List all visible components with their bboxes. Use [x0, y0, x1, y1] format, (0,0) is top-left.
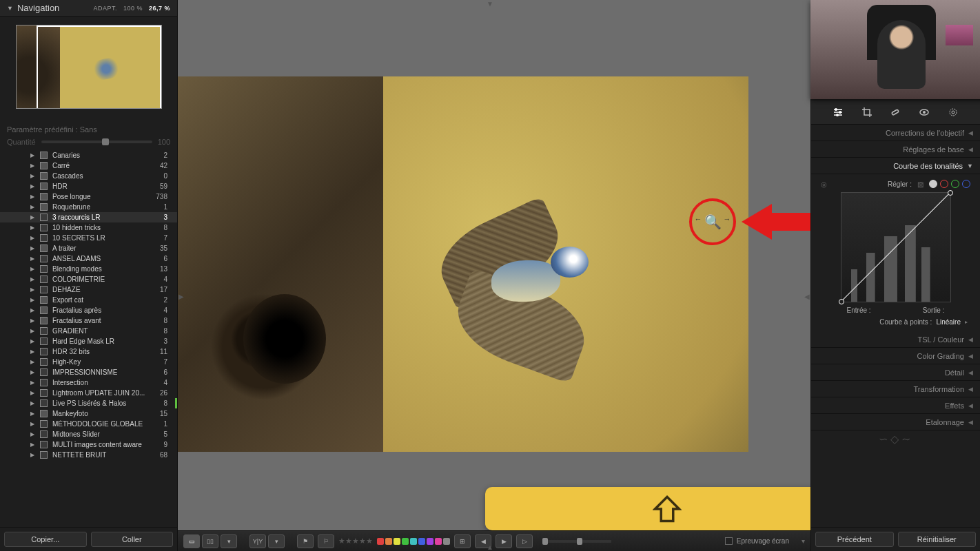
collection-item[interactable]: ▶10 SECRETS LR7 — [0, 233, 177, 243]
panel-tone-curve[interactable]: Courbe des tonalités▼ — [811, 158, 980, 174]
color-label-swatch[interactable] — [418, 538, 425, 545]
color-label-swatch[interactable] — [402, 538, 409, 545]
expand-icon[interactable]: ▶ — [30, 421, 34, 427]
collection-item[interactable]: ▶Fractalius avant8 — [0, 315, 177, 326]
color-label-swatch[interactable] — [443, 538, 450, 545]
expand-icon[interactable]: ▶ — [30, 287, 34, 293]
top-panel-toggle[interactable]: ▼ — [487, 0, 493, 8]
before-after-button[interactable]: Y|Y — [249, 534, 266, 548]
collection-item[interactable]: ▶A traiter35 — [0, 243, 177, 253]
flag-reject-button[interactable]: ⚐ — [318, 534, 334, 548]
expand-icon[interactable]: ▶ — [30, 338, 34, 344]
panel-effects[interactable]: Effets◀ — [811, 397, 980, 414]
expand-icon[interactable]: ▶ — [30, 318, 34, 324]
expand-icon[interactable]: ▶ — [30, 225, 34, 231]
next-photo-button[interactable]: ▶ — [496, 534, 512, 548]
expand-icon[interactable]: ▶ — [30, 173, 34, 179]
expand-icon[interactable]: ▶ — [30, 452, 34, 458]
rating-stars[interactable]: ★★★★★ — [338, 537, 373, 545]
collection-item[interactable]: ▶Pose longue738 — [0, 191, 177, 202]
expand-icon[interactable]: ▶ — [30, 369, 34, 375]
collection-item[interactable]: ▶GRADIENT8 — [0, 326, 177, 336]
collection-item[interactable]: ▶Export cat2 — [0, 295, 177, 305]
collection-item[interactable]: ▶HDR 32 bits11 — [0, 346, 177, 357]
color-label-swatch[interactable] — [410, 538, 417, 545]
panel-lens-corrections[interactable]: Corrections de l'objectif◀ — [811, 125, 980, 141]
channel-dot[interactable] — [940, 180, 948, 188]
zoom-100[interactable]: 100 % — [123, 5, 143, 12]
collection-item[interactable]: ▶Mankeyfoto15 — [0, 408, 177, 419]
reset-button[interactable]: Réinitialiser — [898, 532, 977, 547]
soft-proof[interactable]: Epreuvage écran ▾ — [725, 537, 805, 545]
chevron-down-icon[interactable]: ▾ — [802, 537, 805, 545]
expand-icon[interactable]: ▶ — [30, 349, 34, 355]
collection-item[interactable]: ▶DEHAZE17 — [0, 284, 177, 295]
curve-point-white[interactable] — [948, 190, 953, 196]
left-panel-toggle[interactable]: ▶ — [178, 276, 185, 317]
channel-dot[interactable] — [929, 180, 937, 188]
collection-item[interactable]: ▶Carré42 — [0, 160, 177, 171]
flag-pick-button[interactable]: ⚑ — [297, 534, 314, 548]
expand-icon[interactable]: ▶ — [30, 256, 34, 262]
expand-icon[interactable]: ▶ — [30, 307, 34, 313]
panel-calibration[interactable]: Etalonnage◀ — [811, 414, 980, 430]
color-label-swatch[interactable] — [377, 538, 384, 545]
bottom-panel-toggle[interactable]: ▲ — [487, 543, 493, 551]
panel-transform[interactable]: Transformation◀ — [811, 381, 980, 397]
zoom-levels[interactable]: ADAPT. 100 % 26,7 % — [93, 5, 170, 12]
expand-icon[interactable]: ▶ — [30, 297, 34, 303]
collection-item[interactable]: ▶3 raccourcis LR3 — [0, 212, 177, 222]
navigator-thumbnail[interactable] — [16, 25, 162, 109]
previous-button[interactable]: Précédent — [815, 532, 894, 547]
zoom-fit[interactable]: ADAPT. — [93, 5, 117, 12]
expand-icon[interactable]: ▶ — [30, 276, 34, 282]
color-label-swatch[interactable] — [394, 538, 400, 545]
redeye-tool-icon[interactable] — [917, 105, 932, 120]
zoom-current[interactable]: 26,7 % — [149, 5, 170, 12]
collection-item[interactable]: ▶Hard Edge Mask LR3 — [0, 336, 177, 346]
expand-icon[interactable]: ▶ — [30, 431, 34, 437]
collection-item[interactable]: ▶Live PS Lisérés & Halos8 — [0, 398, 177, 408]
point-curve-row[interactable]: Courbe à points : Linéaire ▸ — [821, 314, 970, 326]
quantity-row[interactable]: Quantité 100 — [0, 136, 177, 150]
curve-point-black[interactable] — [839, 299, 844, 304]
collection-item[interactable]: ▶MÉTHODOLOGIE GLOBALE1 — [0, 419, 177, 429]
expand-icon[interactable]: ▶ — [30, 410, 34, 417]
panel-basic[interactable]: Réglages de base◀ — [811, 141, 980, 158]
collection-list[interactable]: ▶Canaries2▶Carré42▶Cascades0▶HDR59▶Pose … — [0, 150, 177, 527]
color-label-swatch[interactable] — [385, 538, 392, 545]
paste-button[interactable]: Coller — [91, 532, 174, 547]
copy-button[interactable]: Copier... — [4, 532, 87, 547]
expand-icon[interactable]: ▶ — [30, 245, 34, 251]
target-adjust-icon[interactable]: ◎ — [821, 180, 827, 188]
collection-item[interactable]: ▶IMPRESSIONNISME6 — [0, 367, 177, 377]
preset-row[interactable]: Paramètre prédéfini : Sans — [0, 123, 177, 136]
tone-curve-graph[interactable] — [841, 192, 951, 302]
channel-dot[interactable] — [951, 180, 959, 188]
navigator-crop-rect[interactable] — [37, 25, 161, 109]
collection-item[interactable]: ▶Blending modes13 — [0, 264, 177, 274]
collection-item[interactable]: ▶MULTI images content aware9 — [0, 439, 177, 450]
expand-icon[interactable]: ▶ — [30, 194, 34, 200]
expand-icon[interactable]: ▶ — [30, 235, 34, 241]
expand-icon[interactable]: ▶ — [30, 152, 34, 158]
expand-icon[interactable]: ▶ — [30, 359, 34, 365]
color-label-swatch[interactable] — [427, 538, 433, 545]
compare-view-button[interactable]: ▯▯ — [202, 534, 218, 548]
expand-icon[interactable]: ▶ — [30, 380, 34, 386]
expand-icon[interactable]: ▶ — [30, 204, 34, 210]
filmstrip-slider[interactable] — [542, 540, 611, 543]
before-after-menu[interactable]: ▾ — [268, 534, 285, 548]
panel-color-grading[interactable]: Color Grading◀ — [811, 348, 980, 364]
expand-icon[interactable]: ▶ — [30, 390, 34, 396]
collection-item[interactable]: ▶Canaries2 — [0, 150, 177, 160]
expand-icon[interactable]: ▶ — [30, 441, 34, 448]
collection-item[interactable]: ▶10 hidden tricks8 — [0, 222, 177, 233]
collection-item[interactable]: ▶COLORIMETRIE4 — [0, 274, 177, 284]
expand-icon[interactable]: ▶ — [30, 214, 34, 220]
collection-item[interactable]: ▶HDR59 — [0, 181, 177, 191]
panel-tsl[interactable]: TSL / Couleur◀ — [811, 331, 980, 348]
channel-dots[interactable] — [929, 180, 970, 188]
expand-icon[interactable]: ▶ — [30, 163, 34, 169]
color-label-swatch[interactable] — [435, 538, 442, 545]
